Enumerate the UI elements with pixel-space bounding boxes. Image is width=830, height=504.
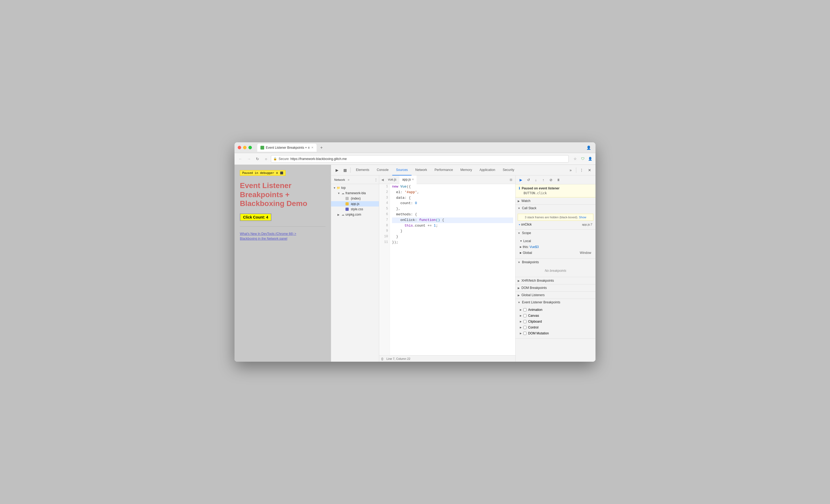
bp-control[interactable]: ▶ Control	[518, 324, 593, 330]
browser-window: Event Listener Breakpoints + ≡ ✕ + 👤 ← →…	[234, 142, 596, 362]
close-devtools-icon[interactable]: ✕	[586, 166, 593, 174]
tab-close-icon[interactable]: ✕	[311, 146, 313, 149]
tree-label-index: (index)	[351, 197, 361, 200]
sidebar-menu-icon[interactable]: ⋮	[374, 178, 378, 182]
more-tabs-button[interactable]: »	[567, 166, 574, 174]
step-out-button[interactable]: ↑	[540, 177, 547, 183]
tree-item-stylecss[interactable]: style.css	[331, 207, 379, 212]
bp-animation[interactable]: ▶ Animation	[518, 307, 593, 313]
reload-button[interactable]: ↻	[254, 155, 261, 163]
tree-item-top[interactable]: ▼ 📁 top	[331, 185, 379, 190]
sidebar-tab-network[interactable]: Network	[332, 177, 347, 183]
home-button[interactable]: ○	[262, 155, 270, 163]
user-icon[interactable]: 👤	[587, 156, 593, 162]
this-arrow: ▶	[520, 246, 522, 248]
nav-prev-icon[interactable]: ◀	[380, 177, 385, 182]
format-icon[interactable]: ⊞	[508, 177, 514, 183]
resume-button[interactable]: ▶	[518, 177, 524, 183]
this-scope-item[interactable]: ▶ this: Vue$3	[518, 245, 593, 249]
tab-application[interactable]: Application	[476, 165, 499, 176]
callstack-header[interactable]: ▼ Call Stack	[515, 204, 596, 212]
bp-dom-mutation-checkbox[interactable]	[523, 332, 526, 335]
xhr-arrow: ▶	[518, 279, 520, 282]
bp-animation-checkbox[interactable]	[523, 308, 526, 311]
callstack-body: 3 stack frames are hidden (black-boxed).…	[515, 212, 596, 229]
scope-header[interactable]: ▼ Scope	[515, 229, 596, 237]
close-tab-appjs-icon[interactable]: ✕	[412, 178, 414, 181]
tab-memory[interactable]: Memory	[457, 165, 476, 176]
xhr-header[interactable]: ▶ XHR/fetch Breakpoints	[515, 277, 596, 284]
browser-tab-active[interactable]: Event Listener Breakpoints + ≡ ✕	[257, 144, 317, 152]
lock-icon: 🔒	[273, 157, 277, 160]
step-into-button[interactable]: ↓	[533, 177, 539, 183]
account-icon[interactable]: 👤	[585, 144, 592, 151]
scope-section: ▼ Scope ▼ Local ▶ this: Vue$3	[515, 229, 596, 259]
minimize-button[interactable]	[243, 146, 247, 149]
tree-item-appjs[interactable]: app.js	[331, 201, 379, 207]
global-arrow: ▶	[520, 251, 522, 254]
tab-console[interactable]: Console	[373, 165, 392, 176]
bp-control-checkbox[interactable]	[523, 326, 526, 329]
bp-clipboard-checkbox[interactable]	[523, 320, 526, 323]
global-listeners-section: ▶ Global Listeners	[515, 292, 596, 299]
devtools-panel: ▶ ▩ Elements Console Sources Network Per…	[331, 165, 596, 362]
bp-dom-mutation[interactable]: ▶ DOM Mutation	[518, 330, 593, 336]
callstack-show-link[interactable]: Show	[579, 216, 586, 219]
dom-header[interactable]: ▶ DOM Breakpoints	[515, 284, 596, 291]
callstack-item[interactable]: onClick app.js:7	[518, 222, 593, 227]
device-toolbar-icon[interactable]: ▩	[341, 166, 349, 174]
global-listeners-header[interactable]: ▶ Global Listeners	[515, 292, 596, 298]
editor-tab-appjs[interactable]: app.js ✕	[400, 176, 417, 184]
toolbar-separator	[350, 167, 351, 173]
blackboxing-link[interactable]: Blackboxing in the Network panel	[240, 237, 325, 241]
bp-canvas-checkbox[interactable]	[523, 314, 526, 317]
file-icon-stylecss	[345, 207, 349, 211]
tree-item-index[interactable]: (index)	[331, 196, 379, 201]
el-breakpoints-header[interactable]: ▼ Event Listener Breakpoints	[515, 299, 596, 306]
tab-elements[interactable]: Elements	[352, 165, 373, 176]
title-bar: Event Listener Breakpoints + ≡ ✕ + 👤	[234, 142, 596, 153]
click-count-badge[interactable]: Click Count: 4	[240, 214, 272, 221]
maximize-button[interactable]	[248, 146, 252, 149]
xhr-section: ▶ XHR/fetch Breakpoints	[515, 277, 596, 284]
deactivate-breakpoints-icon[interactable]: ⊘	[548, 177, 554, 183]
devtools-link[interactable]: What's New In DevTools (Chrome 66) >	[240, 232, 325, 236]
paused-subtitle: BUTTON.click	[519, 191, 592, 195]
step-over-button[interactable]: ↺	[525, 177, 532, 183]
pause-on-exception-icon[interactable]: ⏸	[555, 177, 562, 183]
local-section-label[interactable]: ▼ Local	[518, 238, 593, 245]
cloud-icon-unpkg: ☁	[341, 212, 345, 217]
tab-network[interactable]: Network	[412, 165, 431, 176]
new-tab-button[interactable]: +	[318, 144, 325, 151]
breakpoints-section: ▼ Breakpoints No breakpoints	[515, 259, 596, 277]
dom-label: DOM Breakpoints	[521, 286, 547, 290]
bp-clipboard[interactable]: ▶ Clipboard	[518, 319, 593, 324]
bookmark-icon[interactable]: ☆	[572, 156, 578, 162]
back-button[interactable]: ←	[237, 155, 244, 163]
breakpoints-header[interactable]: ▼ Breakpoints	[515, 259, 596, 265]
forward-button[interactable]: →	[245, 155, 253, 163]
watch-header[interactable]: ▶ Watch	[515, 197, 596, 204]
code-lines[interactable]: new Vue({ el: '#app', data: { count: 0 }…	[390, 184, 515, 355]
close-button[interactable]	[238, 146, 241, 149]
global-section-label[interactable]: ▶ Global Window	[518, 249, 593, 256]
sidebar-more-button[interactable]: »	[348, 178, 350, 182]
editor-tab-vuejs[interactable]: vue.js	[385, 176, 399, 184]
address-right: ☆ 🛡 👤	[572, 156, 593, 162]
tab-sources[interactable]: Sources	[392, 165, 412, 176]
callstack-fn-name: onClick	[519, 223, 532, 226]
inspect-element-icon[interactable]: ▶	[333, 166, 341, 174]
extensions-icon[interactable]: 🛡	[579, 156, 586, 162]
bp-canvas[interactable]: ▶ Canvas	[518, 313, 593, 319]
address-input[interactable]: 🔒 Secure https://framework-blackboxing.g…	[271, 155, 569, 163]
bp-control-arrow: ▶	[520, 326, 522, 329]
tab-performance[interactable]: Performance	[431, 165, 457, 176]
el-breakpoints-arrow: ▼	[518, 301, 520, 304]
callstack-section: ▼ Call Stack 3 stack frames are hidden (…	[515, 204, 596, 229]
format-code-icon[interactable]: {}	[381, 357, 383, 360]
settings-icon[interactable]: ⋮	[578, 166, 585, 174]
tab-security[interactable]: Security	[499, 165, 518, 176]
tree-item-framework[interactable]: ▼ ☁ framework-bla	[331, 190, 379, 196]
bp-canvas-arrow: ▶	[520, 314, 522, 317]
tree-item-unpkg[interactable]: ▶ ☁ unpkg.com	[331, 212, 379, 217]
